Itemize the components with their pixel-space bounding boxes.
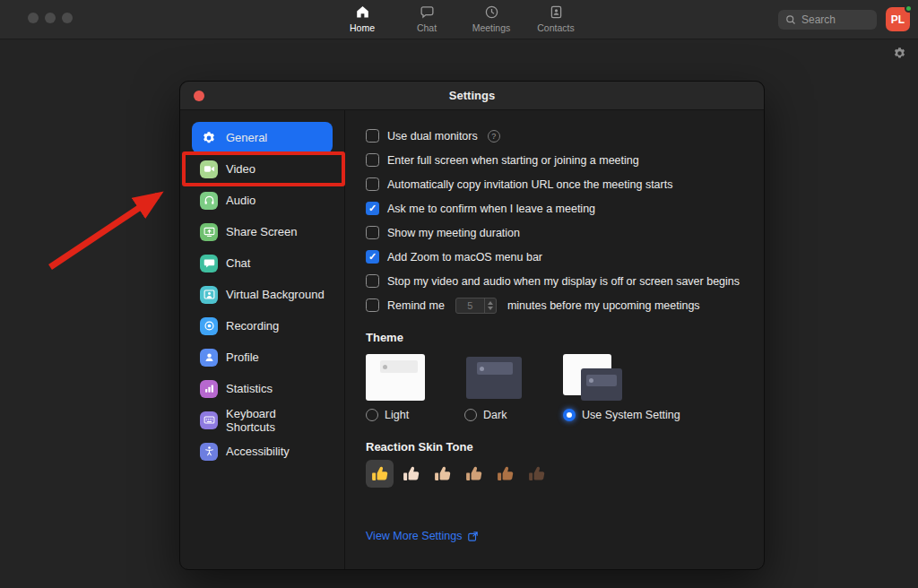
nav-tab-home[interactable]: Home bbox=[336, 4, 388, 33]
theme-thumbnail-dark[interactable] bbox=[464, 354, 524, 401]
checkbox[interactable] bbox=[366, 129, 379, 143]
annotation-arrow bbox=[38, 172, 186, 278]
sidebar-item-label: Statistics bbox=[226, 382, 273, 395]
sidebar-item-label: Accessibility bbox=[226, 445, 290, 458]
sidebar-item-label: General bbox=[226, 131, 267, 144]
settings-gear-icon[interactable] bbox=[893, 47, 906, 60]
sidebar-item-accessibility[interactable]: Accessibility bbox=[192, 436, 333, 467]
headphones-icon bbox=[200, 192, 218, 210]
radio-button[interactable] bbox=[464, 409, 477, 421]
skin-tone-heading: Reaction Skin Tone bbox=[366, 440, 764, 454]
keyboard-icon bbox=[200, 411, 218, 429]
sidebar-item-video[interactable]: Video bbox=[192, 153, 333, 185]
nav-tab-label: Meetings bbox=[472, 22, 511, 33]
theme-radio-light[interactable]: Light bbox=[366, 409, 425, 421]
sidebar-item-label: Share Screen bbox=[226, 225, 298, 238]
skin-tone-thumbs-up-icon-5[interactable] bbox=[491, 460, 519, 488]
sidebar-item-chat[interactable]: Chat bbox=[192, 247, 333, 279]
home-icon bbox=[355, 4, 370, 22]
sidebar-item-label: Profile bbox=[226, 350, 259, 364]
sidebar-item-label: Keyboard Shortcuts bbox=[226, 407, 325, 434]
theme-option-label: Use System Setting bbox=[582, 409, 680, 421]
settings-title: Settings bbox=[449, 89, 495, 102]
search-placeholder: Search bbox=[801, 13, 836, 26]
theme-option-dark: Dark bbox=[464, 354, 524, 421]
option-label: Remind me bbox=[387, 299, 445, 312]
checkbox[interactable] bbox=[366, 177, 379, 191]
theme-radio-dark[interactable]: Dark bbox=[464, 409, 524, 421]
sidebar-item-label: Audio bbox=[226, 194, 255, 207]
skin-tone-thumbs-up-icon-1[interactable] bbox=[366, 460, 394, 488]
option-row-remind-me: Remind me 5 minutes before my upcoming m… bbox=[366, 293, 764, 317]
theme-heading: Theme bbox=[366, 331, 764, 344]
sidebar-item-audio[interactable]: Audio bbox=[192, 185, 333, 216]
sidebar-item-recording[interactable]: Recording bbox=[192, 310, 333, 342]
nav-tab-label: Home bbox=[350, 22, 375, 33]
minimize-window-button[interactable] bbox=[45, 13, 56, 23]
meetings-icon bbox=[484, 4, 499, 22]
checkbox[interactable] bbox=[366, 226, 379, 239]
option-label: Stop my video and audio when my display … bbox=[387, 275, 740, 288]
option-label: Ask me to confirm when I leave a meeting bbox=[387, 203, 595, 215]
virtual-background-icon bbox=[200, 286, 218, 304]
skin-tone-thumbs-up-icon-3[interactable] bbox=[429, 460, 456, 488]
close-window-button[interactable] bbox=[28, 13, 39, 23]
theme-option-use-system-setting: Use System Setting bbox=[563, 354, 680, 421]
external-link-icon bbox=[467, 531, 479, 542]
avatar[interactable]: PL bbox=[886, 7, 910, 31]
nav-tab-contacts[interactable]: Contacts bbox=[530, 4, 582, 33]
avatar-initials: PL bbox=[891, 13, 905, 26]
remind-minutes-stepper[interactable]: 5 bbox=[455, 298, 497, 314]
sidebar-item-label: Recording bbox=[226, 319, 279, 333]
zoom-window-button[interactable] bbox=[62, 13, 73, 23]
checkbox[interactable] bbox=[366, 274, 379, 288]
sidebar-item-virtual-background[interactable]: Virtual Background bbox=[192, 279, 333, 310]
skin-tone-thumbs-up-icon-6[interactable] bbox=[523, 460, 550, 488]
radio-button[interactable] bbox=[563, 409, 576, 421]
radio-button[interactable] bbox=[366, 409, 378, 421]
help-icon[interactable]: ? bbox=[488, 130, 500, 143]
settings-sidebar: General Video Audio Share Screen Chat Vi… bbox=[180, 110, 345, 569]
option-row-ask-me-to-confirm-when-i-leave-a-meeting: ✓Ask me to confirm when I leave a meetin… bbox=[366, 196, 764, 220]
skin-tone-thumbs-up-icon-2[interactable] bbox=[397, 460, 425, 488]
option-label: Automatically copy invitation URL once t… bbox=[387, 178, 672, 191]
view-more-settings-link[interactable]: View More Settings bbox=[366, 530, 479, 542]
presence-status-dot bbox=[905, 4, 913, 13]
sidebar-item-profile[interactable]: Profile bbox=[192, 342, 333, 373]
checkbox[interactable]: ✓ bbox=[366, 202, 379, 215]
view-more-settings-label: View More Settings bbox=[366, 530, 462, 542]
chat-bubble-icon bbox=[200, 255, 218, 272]
sidebar-item-general[interactable]: General bbox=[192, 122, 333, 153]
sidebar-item-keyboard-shortcuts[interactable]: Keyboard Shortcuts bbox=[192, 404, 333, 436]
bar-chart-icon bbox=[200, 380, 218, 398]
record-icon bbox=[200, 317, 218, 335]
theme-radio-use-system-setting[interactable]: Use System Setting bbox=[563, 409, 680, 421]
nav-tab-label: Chat bbox=[417, 22, 437, 33]
theme-thumbnail-system[interactable] bbox=[563, 354, 622, 401]
search-icon bbox=[785, 14, 796, 25]
settings-close-button[interactable] bbox=[194, 91, 204, 101]
checkbox[interactable]: ✓ bbox=[366, 250, 379, 264]
option-row-show-my-meeting-duration: Show my meeting duration bbox=[366, 220, 764, 245]
checkbox[interactable] bbox=[366, 298, 379, 312]
contacts-icon bbox=[549, 4, 564, 22]
nav-tab-chat[interactable]: Chat bbox=[401, 4, 453, 33]
checkbox[interactable] bbox=[366, 153, 379, 167]
general-settings-panel: Use dual monitors?Enter full screen when… bbox=[345, 110, 764, 569]
option-row-stop-my-video-and-audio-when-my-display-: Stop my video and audio when my display … bbox=[366, 269, 764, 293]
settings-window: Settings General Video Audio Share Scree… bbox=[179, 81, 765, 570]
nav-tab-meetings[interactable]: Meetings bbox=[465, 4, 517, 33]
option-label: Add Zoom to macOS menu bar bbox=[387, 251, 542, 264]
skin-tone-thumbs-up-icon-4[interactable] bbox=[460, 460, 488, 488]
video-camera-icon bbox=[200, 160, 218, 178]
option-row-enter-full-screen-when-starting-or-joini: Enter full screen when starting or joini… bbox=[366, 148, 764, 172]
search-input[interactable]: Search bbox=[778, 10, 877, 30]
sidebar-item-statistics[interactable]: Statistics bbox=[192, 373, 333, 404]
settings-titlebar: Settings bbox=[180, 82, 764, 110]
nav-tab-label: Contacts bbox=[537, 22, 574, 33]
option-row-add-zoom-to-macos-menu-bar: ✓Add Zoom to macOS menu bar bbox=[366, 245, 764, 269]
theme-thumbnail-light[interactable] bbox=[366, 354, 425, 401]
stepper-arrows-icon[interactable] bbox=[484, 298, 496, 313]
remind-minutes-value: 5 bbox=[456, 300, 484, 311]
sidebar-item-share-screen[interactable]: Share Screen bbox=[192, 216, 333, 247]
